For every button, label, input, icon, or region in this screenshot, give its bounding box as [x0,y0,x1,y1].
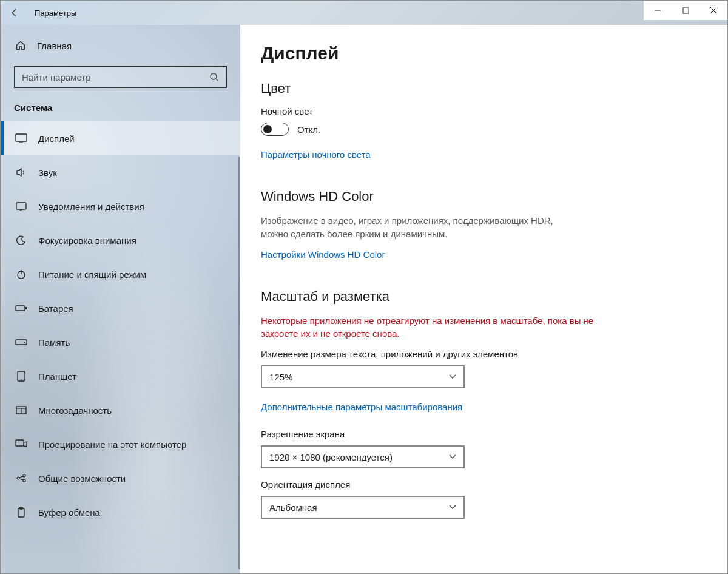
resolution-value: 1920 × 1080 (рекомендуется) [269,452,393,462]
back-button[interactable] [1,1,29,25]
storage-icon [15,339,27,345]
sidebar-item-notifications[interactable]: Уведомления и действия [1,189,240,223]
orientation-value: Альбомная [269,502,317,513]
close-button[interactable] [699,1,727,20]
search-field[interactable] [22,72,209,83]
svg-line-3 [216,79,218,81]
titlebar: Параметры [1,1,727,25]
clipboard-icon [15,507,27,518]
hdcolor-description: Изображение в видео, играх и приложениях… [261,214,576,241]
project-icon [15,439,27,449]
night-light-row: Откл. [261,123,707,136]
hdcolor-settings-link[interactable]: Настройки Windows HD Color [261,249,385,260]
sidebar-item-projecting[interactable]: Проецирование на этот компьютер [1,427,240,461]
sidebar-item-label: Проецирование на этот компьютер [38,439,186,450]
window-controls [644,1,727,20]
display-icon [15,133,27,143]
svg-line-24 [19,479,23,480]
sound-icon [15,167,27,177]
sidebar-item-label: Буфер обмена [38,507,100,518]
notification-icon [15,201,27,211]
search-input[interactable] [14,66,227,88]
sidebar-item-label: Планшет [38,371,76,382]
sidebar-item-clipboard[interactable]: Буфер обмена [1,495,240,529]
chevron-down-icon [449,505,456,510]
sidebar-item-display[interactable]: Дисплей [1,121,240,155]
section-color: Цвет [261,81,707,96]
sidebar-item-label: Питание и спящий режим [38,269,146,280]
sidebar-item-label: Уведомления и действия [38,201,144,212]
night-light-toggle[interactable] [261,123,289,136]
home-label: Главная [37,41,72,51]
night-light-state: Откл. [297,124,320,135]
scale-value: 125% [269,372,292,382]
advanced-scaling-link[interactable]: Дополнительные параметры масштабирования [261,402,462,412]
sidebar: Главная Система Дисплей [1,25,240,573]
battery-icon [15,305,27,312]
nav-list: Дисплей Звук Уведомления и действия [1,121,240,529]
settings-window: Параметры Главная [0,0,728,574]
search-wrap [1,62,240,88]
svg-point-20 [17,477,19,479]
sidebar-item-focus[interactable]: Фокусировка внимания [1,223,240,257]
chevron-down-icon [449,374,456,379]
night-light-settings-link[interactable]: Параметры ночного света [261,149,371,160]
svg-rect-19 [16,440,24,446]
maximize-button[interactable] [672,1,699,20]
shared-icon [15,473,27,483]
sidebar-item-label: Дисплей [38,133,75,144]
sidebar-item-label: Память [38,337,70,348]
main-content: Дисплей Цвет Ночной свет Откл. Параметры… [240,25,727,573]
svg-point-2 [211,73,217,79]
home-button[interactable]: Главная [1,29,240,62]
sidebar-item-multitask[interactable]: Многозадачность [1,393,240,427]
scale-dropdown[interactable]: 125% [261,365,465,388]
sidebar-item-label: Многозадачность [38,405,112,416]
sidebar-item-label: Батарея [38,303,73,314]
resolution-dropdown[interactable]: 1920 × 1080 (рекомендуется) [261,445,465,468]
svg-point-13 [24,342,25,343]
sidebar-item-power[interactable]: Питание и спящий режим [1,257,240,291]
svg-rect-6 [16,203,26,209]
resolution-label: Разрешение экрана [261,429,707,439]
svg-point-15 [21,379,22,380]
home-icon [15,40,26,51]
multitask-icon [15,406,27,414]
section-scale: Масштаб и разметка [261,289,707,305]
sidebar-item-label: Фокусировка внимания [38,235,136,246]
toggle-knob [263,125,272,133]
search-icon [209,72,219,82]
sidebar-item-shared[interactable]: Общие возможности [1,461,240,495]
scale-label: Изменение размера текста, приложений и д… [261,349,707,359]
orientation-label: Ориентация дисплея [261,479,707,490]
sidebar-item-storage[interactable]: Память [1,325,240,359]
sidebar-item-label: Звук [38,167,57,178]
category-label: Система [1,88,240,121]
tablet-icon [15,371,27,382]
svg-rect-1 [683,8,689,13]
svg-line-23 [19,476,23,478]
sidebar-item-battery[interactable]: Батарея [1,291,240,325]
night-light-label: Ночной свет [261,106,707,116]
svg-rect-4 [16,134,27,141]
minimize-button[interactable] [644,1,672,20]
sidebar-item-tablet[interactable]: Планшет [1,359,240,393]
chevron-down-icon [449,454,456,459]
scale-warning: Некоторые приложения не отреагируют на и… [261,314,601,341]
moon-icon [15,235,27,245]
svg-rect-11 [25,307,27,309]
svg-rect-25 [18,508,24,517]
svg-rect-10 [16,306,25,311]
sidebar-item-label: Общие возможности [38,473,126,484]
body: Главная Система Дисплей [1,25,727,573]
section-hdcolor: Windows HD Color [261,189,707,204]
sidebar-item-sound[interactable]: Звук [1,155,240,189]
svg-point-21 [23,474,25,477]
svg-point-22 [23,479,25,482]
page-title: Дисплей [261,43,707,64]
orientation-dropdown[interactable]: Альбомная [261,496,465,519]
sidebar-scrollbar[interactable] [238,157,240,569]
power-icon [15,269,27,279]
window-title: Параметры [35,8,76,18]
